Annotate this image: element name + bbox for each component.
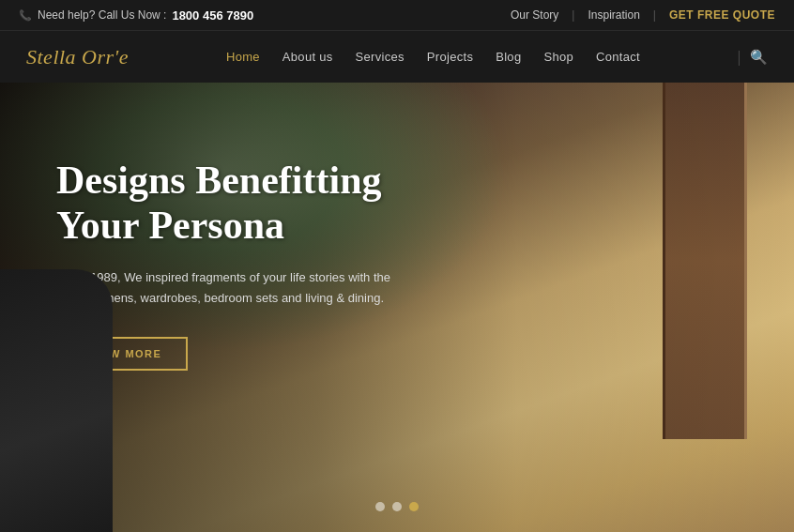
slider-dots [375, 502, 419, 511]
chair-decor [0, 269, 113, 532]
hero-section: Designs Benefitting Your Persona Since 1… [0, 83, 794, 532]
logo-accent: Orr'e [82, 45, 129, 68]
dot-2[interactable] [392, 502, 402, 511]
phone-number[interactable]: 1800 456 7890 [172, 8, 253, 23]
nav-services-link[interactable]: Services [356, 50, 405, 64]
divider-2: | [653, 8, 656, 22]
nav-item-projects[interactable]: Projects [427, 50, 473, 64]
top-bar: 📞 Need help? Call Us Now : 1800 456 7890… [0, 0, 794, 30]
phone-icon: 📞 [19, 9, 32, 22]
nav-links: Home About us Services Projects Blog Sho… [226, 50, 640, 64]
nav-divider: | [738, 49, 741, 66]
logo-main: Stella [26, 45, 82, 68]
help-text: Need help? Call Us Now : [38, 8, 166, 22]
divider-1: | [572, 8, 574, 22]
contact-info: 📞 Need help? Call Us Now : 1800 456 7890 [19, 8, 253, 23]
nav-contact-link[interactable]: Contact [596, 50, 640, 64]
search-icon: 🔍 [750, 49, 768, 65]
nav-right: | 🔍 [738, 49, 768, 66]
nav-item-services[interactable]: Services [356, 50, 405, 64]
logo[interactable]: Stella Orr'e [26, 45, 129, 69]
top-bar-right: Our Story | Inspiration | GET FREE QUOTE [511, 8, 775, 22]
nav-item-contact[interactable]: Contact [596, 50, 640, 64]
nav-projects-link[interactable]: Projects [427, 50, 473, 64]
nav-about-link[interactable]: About us [282, 50, 333, 64]
hero-content: Designs Benefitting Your Persona Since 1… [56, 158, 469, 371]
nav-item-about[interactable]: About us [282, 50, 333, 64]
navbar: Stella Orr'e Home About us Services Proj… [0, 30, 794, 83]
search-button[interactable]: 🔍 [750, 49, 768, 66]
nav-item-shop[interactable]: Shop [543, 50, 573, 64]
dot-1[interactable] [375, 502, 385, 511]
hero-title: Designs Benefitting Your Persona [56, 158, 469, 249]
nav-item-home[interactable]: Home [226, 50, 260, 64]
nav-home-link[interactable]: Home [226, 50, 260, 64]
dot-3[interactable] [409, 502, 419, 511]
nav-shop-link[interactable]: Shop [543, 50, 573, 64]
our-story-link[interactable]: Our Story [511, 8, 558, 22]
get-free-quote-link[interactable]: GET FREE QUOTE [669, 8, 775, 22]
nav-blog-link[interactable]: Blog [496, 50, 521, 64]
inspiration-link[interactable]: Inspiration [588, 8, 639, 22]
nav-item-blog[interactable]: Blog [496, 50, 521, 64]
